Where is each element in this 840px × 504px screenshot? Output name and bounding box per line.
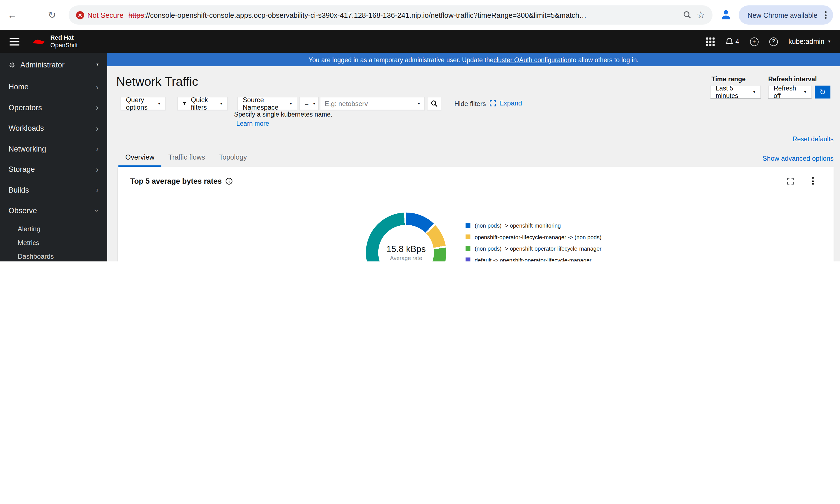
caret-down-icon: ▾ bbox=[290, 101, 292, 106]
chevron-right-icon: › bbox=[96, 83, 99, 91]
observe-submenu: Alerting Metrics Dashboards Targets Netw… bbox=[0, 221, 107, 262]
filter-icon bbox=[183, 101, 187, 106]
profile-avatar-icon[interactable] bbox=[720, 8, 732, 22]
caret-down-icon: ▾ bbox=[828, 39, 830, 43]
bookmark-star-icon[interactable]: ☆ bbox=[697, 9, 705, 21]
screen: ← ↻ ✕ Not Secure https://console-openshi… bbox=[0, 0, 840, 262]
expand-icon bbox=[490, 100, 496, 107]
time-range-value: Last 5 minutes bbox=[716, 85, 749, 100]
query-options-dropdown[interactable]: Query options ▾ bbox=[121, 97, 166, 110]
browser-menu-icon[interactable] bbox=[823, 9, 828, 21]
donut-chart-card: Top 5 average bytes rates 15.8 kBps Aver… bbox=[118, 167, 834, 262]
donut-average-label: Average rate bbox=[390, 255, 422, 261]
legend-swatch-icon bbox=[466, 246, 470, 251]
hide-filters-button[interactable]: Hide filters bbox=[454, 100, 486, 108]
zoom-icon[interactable] bbox=[683, 11, 692, 19]
nav-label: Operators bbox=[8, 103, 42, 112]
brand-redhat: Red Hat bbox=[50, 34, 78, 42]
sidebar-item-builds[interactable]: Builds› bbox=[0, 180, 107, 200]
refresh-now-button[interactable]: ↻ bbox=[815, 86, 830, 98]
redhat-logo-icon bbox=[32, 37, 46, 46]
chevron-right-icon: › bbox=[96, 124, 99, 132]
sync-icon: ↻ bbox=[820, 88, 826, 96]
hamburger-menu-icon[interactable] bbox=[10, 38, 19, 45]
chevron-right-icon: › bbox=[96, 186, 99, 194]
chevron-right-icon: › bbox=[96, 165, 99, 173]
show-advanced-options-link[interactable]: Show advanced options bbox=[762, 155, 834, 162]
perspective-label: Administrator bbox=[20, 60, 65, 69]
caret-down-icon: ▾ bbox=[97, 63, 99, 67]
info-icon[interactable] bbox=[226, 177, 233, 184]
update-chrome-button[interactable]: New Chrome available bbox=[739, 5, 833, 24]
nav-label: Workloads bbox=[8, 124, 44, 132]
search-icon bbox=[431, 100, 438, 107]
gear-icon bbox=[8, 61, 16, 68]
help-button[interactable]: ? bbox=[769, 37, 778, 46]
back-icon[interactable]: ← bbox=[3, 6, 22, 24]
caret-down-icon[interactable]: ▾ bbox=[418, 101, 420, 106]
expand-button[interactable]: Expand bbox=[490, 100, 522, 107]
url-text[interactable]: https://console-openshift-console.apps.o… bbox=[128, 11, 678, 19]
operator-value: = bbox=[305, 100, 309, 107]
brand-openshift: OpenShift bbox=[50, 41, 78, 48]
filter-value-input[interactable] bbox=[325, 100, 418, 107]
legend-swatch-icon bbox=[466, 223, 470, 228]
sidebar-item-workloads[interactable]: Workloads› bbox=[0, 118, 107, 138]
chevron-right-icon: › bbox=[96, 145, 99, 152]
donut-average-value: 15.8 kBps bbox=[387, 244, 426, 254]
perspective-switcher[interactable]: Administrator ▾ bbox=[0, 53, 107, 77]
sidebar-item-networking[interactable]: Networking› bbox=[0, 139, 107, 159]
sidebar-item-metrics[interactable]: Metrics bbox=[0, 236, 107, 250]
learn-more-link[interactable]: Learn more bbox=[236, 120, 269, 127]
tab-topology[interactable]: Topology bbox=[212, 150, 254, 167]
question-circle-icon: ? bbox=[769, 37, 778, 46]
expand-label: Expand bbox=[499, 100, 522, 107]
brand-logo[interactable]: Red Hat OpenShift bbox=[32, 34, 78, 49]
user-menu[interactable]: kube:admin ▾ bbox=[788, 37, 830, 46]
card-header: Top 5 average bytes rates bbox=[118, 167, 834, 187]
sidebar-item-alerting[interactable]: Alerting bbox=[0, 222, 107, 236]
quick-filters-dropdown[interactable]: Quick filters ▾ bbox=[177, 97, 227, 110]
sidebar-item-observe[interactable]: Observe› bbox=[0, 200, 107, 221]
refresh-interval-dropdown[interactable]: Refresh off ▾ bbox=[768, 86, 812, 98]
tab-traffic-flows[interactable]: Traffic flows bbox=[161, 150, 212, 167]
sidebar-item-home[interactable]: Home› bbox=[0, 77, 107, 97]
not-secure-label: Not Secure bbox=[87, 11, 123, 19]
caret-down-icon: ▾ bbox=[158, 101, 160, 106]
update-chrome-label: New Chrome available bbox=[748, 11, 818, 19]
nav-label: Builds bbox=[8, 186, 29, 194]
app-launcher-icon[interactable] bbox=[706, 37, 715, 46]
banner-text-pre: You are logged in as a temporary adminis… bbox=[309, 56, 494, 64]
kebab-menu-icon[interactable] bbox=[810, 175, 816, 187]
caret-down-icon: ▾ bbox=[804, 90, 806, 94]
oauth-config-link[interactable]: cluster OAuth configuration bbox=[493, 56, 571, 64]
filter-column-dropdown[interactable]: Source Namespace ▾ bbox=[237, 97, 297, 110]
refresh-icon[interactable]: ↻ bbox=[43, 6, 61, 24]
sidebar-item-operators[interactable]: Operators› bbox=[0, 97, 107, 118]
browser-toolbar: ← ↻ ✕ Not Secure https://console-openshi… bbox=[0, 0, 840, 30]
sidebar-item-storage[interactable]: Storage› bbox=[0, 159, 107, 180]
plus-circle-icon: + bbox=[750, 37, 759, 46]
notifications-bell[interactable]: 4 bbox=[725, 37, 739, 46]
operator-dropdown[interactable]: = ▾ bbox=[299, 97, 319, 110]
legend-item: default -> openshift-operator-lifecycle-… bbox=[466, 257, 601, 262]
legend-item: openshift-operator-lifecycle-manager -> … bbox=[466, 234, 601, 240]
reset-defaults-link[interactable]: Reset defaults bbox=[792, 136, 834, 143]
search-button[interactable] bbox=[427, 97, 441, 110]
not-secure-badge[interactable]: ✕ Not Secure bbox=[76, 11, 124, 19]
fullscreen-icon[interactable] bbox=[787, 177, 794, 184]
sidebar-item-dashboards[interactable]: Dashboards bbox=[0, 250, 107, 262]
tab-overview[interactable]: Overview bbox=[118, 150, 161, 167]
legend-item: (non pods) -> openshift-monitoring bbox=[466, 222, 601, 229]
chevron-right-icon: › bbox=[96, 104, 99, 112]
login-banner: You are logged in as a temporary adminis… bbox=[107, 53, 840, 66]
time-range-dropdown[interactable]: Last 5 minutes ▾ bbox=[710, 86, 760, 98]
card-title: Top 5 average bytes rates bbox=[130, 177, 222, 185]
card-actions bbox=[787, 175, 821, 187]
add-button[interactable]: + bbox=[750, 37, 759, 46]
address-bar[interactable]: ✕ Not Secure https://console-openshift-c… bbox=[69, 5, 713, 24]
notification-count: 4 bbox=[736, 38, 739, 45]
legend-swatch-icon bbox=[466, 257, 470, 262]
nav-label: Storage bbox=[8, 165, 35, 174]
nav-label: Observe bbox=[8, 206, 37, 215]
